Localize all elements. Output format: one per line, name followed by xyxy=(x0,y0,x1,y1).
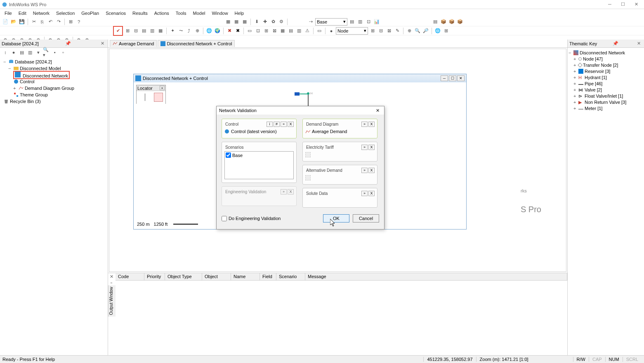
locator-close[interactable]: x xyxy=(160,86,165,90)
iw-maximize[interactable]: ☐ xyxy=(449,75,456,81)
zoom-out-icon[interactable]: 🔎 xyxy=(422,27,429,35)
maximize-button[interactable]: ☐ xyxy=(617,2,629,7)
tool-icon[interactable]: 📦 xyxy=(440,18,447,26)
tool-icon[interactable]: ▦ xyxy=(241,18,248,26)
tool-icon[interactable]: ⊡ xyxy=(254,27,262,35)
browse-button[interactable]: » xyxy=(281,122,287,127)
menu-help[interactable]: Help xyxy=(232,10,247,16)
tool-icon[interactable]: ⊟ xyxy=(377,27,385,35)
thematic-item[interactable]: +Transfer Node [2] xyxy=(569,62,643,68)
thematic-item[interactable]: +Meter [1] xyxy=(569,105,643,111)
tool-icon[interactable]: ▤ xyxy=(18,49,26,56)
output-pin[interactable]: ▫ xyxy=(108,279,115,285)
thematic-item[interactable]: +Node [47] xyxy=(569,56,643,62)
tool-icon[interactable]: ▭ xyxy=(316,27,323,35)
copy-icon[interactable]: ⎘ xyxy=(38,18,46,26)
output-grid[interactable]: Code Priority Object Type Object Name Fi… xyxy=(116,273,567,355)
tool-icon[interactable]: ⊕ xyxy=(193,27,201,35)
node-icon[interactable]: ● xyxy=(328,27,335,35)
chart-icon[interactable]: 📊 xyxy=(373,18,380,26)
tool-icon[interactable]: ▤ xyxy=(432,18,439,26)
tool-icon[interactable]: ⊞ xyxy=(369,27,376,35)
tool-icon[interactable]: ✦ xyxy=(169,27,176,35)
clear-button[interactable]: X xyxy=(288,122,294,127)
tool-icon[interactable]: ✖ xyxy=(226,27,233,35)
tool-icon[interactable]: ▦ xyxy=(233,18,240,26)
menu-actions[interactable]: Actions xyxy=(151,10,172,16)
panel-close[interactable]: ✕ xyxy=(635,41,642,46)
validate-button-highlighted[interactable]: ✔ xyxy=(113,26,123,36)
tree-recycle[interactable]: Recycle Bin (3) xyxy=(3,98,106,105)
hash-button[interactable]: # xyxy=(274,122,280,127)
thematic-item[interactable]: +⋈Valve [2] xyxy=(569,87,643,93)
pin-icon[interactable]: 📌 xyxy=(65,41,71,46)
tool-icon[interactable]: ▥ xyxy=(295,27,303,35)
undo-icon[interactable]: ↶ xyxy=(47,18,54,26)
ok-button[interactable]: OK xyxy=(323,214,349,222)
tool-icon[interactable]: ⊡ xyxy=(365,18,372,26)
tab-disconnected-network[interactable]: Disconnected Network + Control xyxy=(158,40,235,47)
tool-icon[interactable]: ⊞ xyxy=(442,27,450,35)
menu-geoplan[interactable]: GeoPlan xyxy=(78,10,102,16)
tool-icon[interactable]: ⊠ xyxy=(271,27,278,35)
tool-icon[interactable]: ● xyxy=(10,49,17,56)
tool-icon[interactable]: ▫ xyxy=(59,49,67,56)
tool-icon[interactable]: ▥ xyxy=(149,27,156,35)
menu-tools[interactable]: Tools xyxy=(173,10,189,16)
node-combo[interactable]: Node▾ xyxy=(336,27,368,35)
dialog-close[interactable]: ✕ xyxy=(373,108,382,113)
tool-icon[interactable]: ▾ xyxy=(35,49,42,56)
target-icon[interactable]: ⊕ xyxy=(406,27,413,35)
menu-results[interactable]: Results xyxy=(130,10,151,16)
thematic-item[interactable]: +HHydrant [1] xyxy=(569,74,643,80)
clear-button[interactable]: X xyxy=(368,168,375,173)
thematic-item[interactable]: +Pipe [46] xyxy=(569,80,643,87)
menu-model[interactable]: Model xyxy=(190,10,208,16)
tool-icon[interactable]: ▥ xyxy=(26,49,34,56)
menu-window[interactable]: Window xyxy=(209,10,231,16)
redo-icon[interactable]: ↷ xyxy=(55,18,62,26)
cut-icon[interactable]: ✂ xyxy=(30,18,38,26)
browse-button[interactable]: » xyxy=(361,145,368,150)
tool-icon[interactable]: 📦 xyxy=(448,18,455,26)
pin-icon[interactable]: 📌 xyxy=(613,41,618,46)
clear-button[interactable]: X xyxy=(368,145,375,150)
menu-file[interactable]: File xyxy=(2,10,15,16)
menu-scenarios[interactable]: Scenarios xyxy=(103,10,129,16)
tool-icon[interactable]: ⊟ xyxy=(132,27,139,35)
browse-button[interactable]: » xyxy=(361,191,368,196)
tool-icon[interactable]: ▥ xyxy=(356,18,364,26)
tool-icon[interactable]: 🌐 xyxy=(205,27,213,35)
menu-edit[interactable]: Edit xyxy=(16,10,29,16)
col-scenario[interactable]: Scenario xyxy=(276,273,305,280)
tool-icon[interactable]: ▤ xyxy=(348,18,356,26)
globe-icon[interactable]: 🌐 xyxy=(434,27,441,35)
locator-map[interactable] xyxy=(137,91,165,104)
iw-minimize[interactable]: ─ xyxy=(441,75,448,81)
menu-selection[interactable]: Selection xyxy=(53,10,78,16)
new-icon[interactable]: 📄 xyxy=(2,18,9,26)
pointer-icon[interactable]: ▭ xyxy=(246,27,253,35)
scenario-icon[interactable]: ⇢ xyxy=(307,18,314,26)
panel-close[interactable]: ✕ xyxy=(99,41,106,46)
scenario-combo[interactable]: Base▾ xyxy=(315,18,347,26)
tool-icon[interactable]: ▦ xyxy=(224,18,232,26)
tool-icon[interactable]: ▤ xyxy=(140,27,148,35)
tool-icon[interactable]: ⊠ xyxy=(385,27,393,35)
warning-icon[interactable]: ⚠ xyxy=(304,27,311,35)
tree-root[interactable]: − Database [2024.2] xyxy=(3,59,106,65)
tool-icon[interactable]: ↕ xyxy=(2,49,9,56)
search-icon[interactable]: 🔍▾ xyxy=(43,49,50,56)
help-icon[interactable]: ? xyxy=(75,18,83,26)
tab-average-demand[interactable]: Average Demand xyxy=(110,40,157,47)
thematic-item[interactable]: +⊳Float Valve/Inlet [1] xyxy=(569,93,643,99)
col-priority[interactable]: Priority xyxy=(144,273,165,280)
thematic-root[interactable]: − Disconnected Network xyxy=(569,49,643,56)
save-icon[interactable]: 💾 xyxy=(18,18,26,26)
tool-icon[interactable]: ⚙ xyxy=(278,18,285,26)
clear-button[interactable]: X xyxy=(368,191,375,196)
tool-icon[interactable]: ✿ xyxy=(269,18,277,26)
tool-icon[interactable]: ✚ xyxy=(261,18,269,26)
browse-button[interactable]: » xyxy=(361,168,368,173)
tool-icon[interactable]: ▦ xyxy=(279,27,286,35)
